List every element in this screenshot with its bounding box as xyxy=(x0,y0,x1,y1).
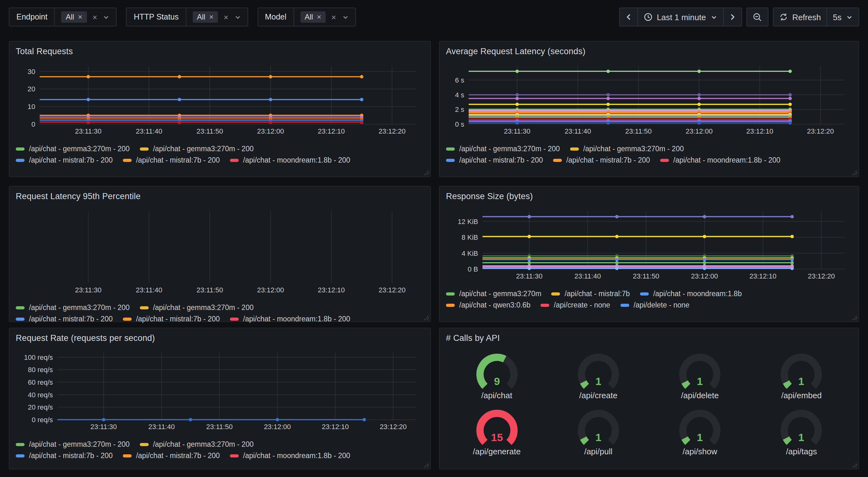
legend-item[interactable]: /api/chat - gemma3:270m - 200 xyxy=(140,145,254,152)
gauge-label: /api/show xyxy=(682,447,717,456)
data-point xyxy=(697,103,701,106)
gauge-cell: 1/api/delete xyxy=(649,349,751,400)
panel-title: Average Request Latency (seconds) xyxy=(446,47,852,56)
line-chart[interactable]: 23:11:3023:11:4023:11:5023:12:0023:12:10… xyxy=(446,206,852,283)
filter-endpoint-value[interactable]: All × × xyxy=(55,8,116,26)
panel-title: Request Latency 95th Percentile xyxy=(16,191,424,201)
x-axis-tick-label: 23:11:50 xyxy=(196,286,223,294)
panel-average-latency: Average Request Latency (seconds) 23:11:… xyxy=(439,41,859,177)
x-axis-tick-label: 23:12:20 xyxy=(378,286,406,294)
legend-item[interactable]: /api/chat - gemma3:270m - 200 xyxy=(16,304,130,311)
legend-item[interactable]: /api/chat - moondream:1.8b xyxy=(640,290,742,297)
chart-canvas[interactable]: 23:11:3023:11:4023:11:5023:12:0023:12:10… xyxy=(446,61,852,141)
legend-series-label: /api/chat - moondream:1.8b - 200 xyxy=(243,315,350,323)
panel-title: Request Rate (requests per second) xyxy=(16,333,424,343)
legend-series-color xyxy=(16,454,25,457)
legend-series-label: /api/chat - moondream:1.8b - 200 xyxy=(243,156,350,164)
x-axis-tick-label: 23:11:40 xyxy=(575,272,601,280)
panel-resize-handle[interactable] xyxy=(851,462,857,468)
time-shift-forward-button[interactable] xyxy=(723,8,741,26)
legend-series-label: /api/chat - mistral:7b - 200 xyxy=(566,156,650,164)
y-axis-tick-label: 60 req/s xyxy=(28,378,53,386)
x-axis-tick-label: 23:12:20 xyxy=(807,127,834,135)
legend-item[interactable]: /api/chat - gemma3:270m - 200 xyxy=(16,145,130,152)
filter-clear-icon[interactable]: × xyxy=(331,13,336,21)
line-chart[interactable]: 23:11:3023:11:4023:11:5023:12:0023:12:10… xyxy=(16,61,424,138)
chart-canvas[interactable]: 23:11:3023:11:4023:11:5023:12:0023:12:10… xyxy=(446,206,852,286)
y-axis-tick-label: 0 s xyxy=(455,120,464,128)
panel-resize-handle[interactable] xyxy=(423,170,429,175)
legend-item[interactable]: /api/chat - gemma3:270m - 200 xyxy=(140,304,254,311)
refresh-button[interactable]: Refresh xyxy=(773,8,827,26)
refresh-interval-button[interactable]: 5s xyxy=(827,8,859,26)
legend-item[interactable]: /api/chat - mistral:7b - 200 xyxy=(553,156,650,164)
line-chart[interactable]: 23:11:3023:11:4023:11:5023:12:0023:12:10… xyxy=(16,348,424,434)
legend-row: /api/chat - gemma3:270m - 200/api/chat -… xyxy=(16,304,424,311)
chip-remove-icon[interactable]: × xyxy=(317,13,321,21)
data-point xyxy=(788,97,792,100)
legend-item[interactable]: /api/chat - mistral:7b - 200 xyxy=(446,156,543,164)
panel-resize-handle[interactable] xyxy=(423,315,429,320)
legend-series-label: /api/chat - gemma3:270m xyxy=(459,290,541,297)
panel-resize-handle[interactable] xyxy=(851,170,857,175)
legend-item[interactable]: /api/chat - mistral:7b xyxy=(552,290,630,297)
legend-item[interactable]: /api/chat - moondream:1.8b - 200 xyxy=(230,452,350,459)
chart-canvas[interactable]: 23:11:3023:11:4023:11:5023:12:0023:12:10… xyxy=(16,348,424,436)
legend-item[interactable]: /api/create - none xyxy=(540,301,610,309)
filter-model-value[interactable]: All × × xyxy=(294,8,355,26)
legend-item[interactable]: /api/chat - mistral:7b - 200 xyxy=(16,156,113,164)
legend-item[interactable]: /api/chat - gemma3:270m - 200 xyxy=(570,145,684,152)
legend-item[interactable]: /api/chat - gemma3:270m - 200 xyxy=(140,441,254,448)
legend-item[interactable]: /api/chat - gemma3:270m xyxy=(446,290,541,297)
filter-clear-icon[interactable]: × xyxy=(224,13,228,21)
legend-item[interactable]: /api/chat - mistral:7b - 200 xyxy=(123,315,220,323)
filter-model-chip[interactable]: All × xyxy=(300,11,326,23)
gauge-cell: 1/api/pull xyxy=(548,405,649,456)
legend-series-color xyxy=(446,303,455,306)
legend-series-label: /api/chat - gemma3:270m - 200 xyxy=(459,145,560,152)
legend-item[interactable]: /api/chat - moondream:1.8b - 200 xyxy=(660,156,780,164)
chart-legend: /api/chat - gemma3:270m/api/chat - mistr… xyxy=(446,290,852,309)
legend-series-color xyxy=(553,158,562,161)
legend-item[interactable]: /api/chat - moondream:1.8b - 200 xyxy=(230,156,350,164)
panel-request-rate: Request Rate (requests per second) 23:11… xyxy=(9,328,431,470)
legend-item[interactable]: /api/chat - gemma3:270m - 200 xyxy=(16,441,130,448)
filter-endpoint-chip[interactable]: All × xyxy=(61,11,87,23)
chevron-down-icon[interactable] xyxy=(342,13,349,21)
legend-item[interactable]: /api/chat - mistral:7b - 200 xyxy=(16,315,113,323)
chevron-down-icon[interactable] xyxy=(103,13,110,21)
chip-remove-icon[interactable]: × xyxy=(209,13,214,21)
chip-remove-icon[interactable]: × xyxy=(78,13,82,21)
gauge-grid: 9/api/chat1/api/create1/api/delete1/api/… xyxy=(446,349,852,456)
filter-http-status-value[interactable]: All × × xyxy=(186,8,247,26)
gauge-value: 9 xyxy=(494,375,500,387)
legend-item[interactable]: /api/chat - gemma3:270m - 200 xyxy=(446,145,560,152)
data-point xyxy=(360,121,364,124)
legend-item[interactable]: /api/delete - none xyxy=(620,301,689,309)
filter-clear-icon[interactable]: × xyxy=(92,13,97,21)
legend-item[interactable]: /api/chat - mistral:7b - 200 xyxy=(123,156,220,164)
y-axis-tick-label: 40 req/s xyxy=(28,391,53,399)
chart-canvas[interactable]: 23:11:3023:11:4023:11:5023:12:0023:12:10… xyxy=(16,206,424,299)
chevron-down-icon[interactable] xyxy=(234,13,241,21)
legend-item[interactable]: /api/chat - moondream:1.8b - 200 xyxy=(230,315,350,323)
legend-item[interactable]: /api/chat - qwen3:0.6b xyxy=(446,301,530,309)
time-shift-back-button[interactable] xyxy=(620,8,637,26)
line-chart[interactable]: 23:11:3023:11:4023:11:5023:12:0023:12:10… xyxy=(446,61,852,138)
x-axis-tick-label: 23:11:40 xyxy=(136,286,162,294)
gauge-cell: 1/api/create xyxy=(548,349,649,400)
filter-http-status-chip[interactable]: All × xyxy=(192,11,218,23)
data-point xyxy=(528,215,531,218)
panel-resize-handle[interactable] xyxy=(851,315,857,320)
time-zoom-out-button[interactable] xyxy=(747,8,768,26)
chart-canvas[interactable]: 23:11:3023:11:4023:11:5023:12:0023:12:10… xyxy=(16,61,424,141)
legend-item[interactable]: /api/chat - mistral:7b - 200 xyxy=(16,452,113,459)
legend-series-label: /api/chat - moondream:1.8b - 200 xyxy=(243,452,350,459)
time-range-picker-button[interactable]: Last 1 minute xyxy=(637,8,723,26)
data-point xyxy=(607,97,610,100)
legend-item[interactable]: /api/chat - mistral:7b - 200 xyxy=(123,452,220,459)
zoom-out-icon xyxy=(752,12,762,22)
panel-resize-handle[interactable] xyxy=(423,462,429,468)
line-chart[interactable]: 23:11:3023:11:4023:11:5023:12:0023:12:10… xyxy=(16,206,424,297)
data-point xyxy=(790,215,794,218)
